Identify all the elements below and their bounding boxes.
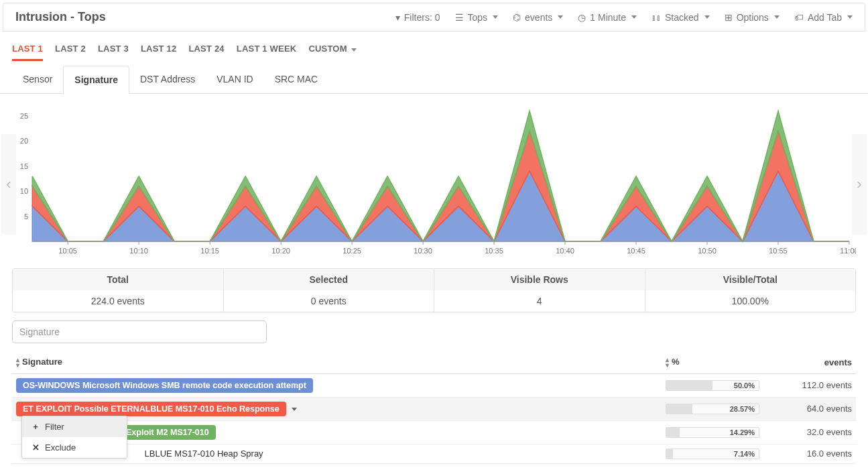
chevron-down-icon xyxy=(847,15,853,19)
chevron-down-icon xyxy=(558,15,563,19)
header-controls: ▾Filters: 0 ☰Tops ⌬events ◷1 Minute ⫾⫾St… xyxy=(395,12,853,23)
events-value: 64.0 events xyxy=(769,397,856,420)
chevron-down-icon xyxy=(351,48,357,52)
row-context-menu: +Filter ✕Exclude xyxy=(21,416,127,459)
svg-text:25: 25 xyxy=(20,112,28,120)
events-value: 32.0 events xyxy=(769,420,856,444)
signature-filter-input[interactable] xyxy=(12,320,267,343)
summary-selected: Selected 0 events xyxy=(224,269,435,312)
group-tab-signature[interactable]: Signature xyxy=(63,66,129,94)
table-row[interactable]: E LBLUE MS17-010 Heap Spray7.14%16.0 eve… xyxy=(12,444,856,463)
percent-bar: 28.57% xyxy=(666,404,759,414)
summary-row: Total 224.0 events Selected 0 events Vis… xyxy=(12,268,856,312)
col-header-signature[interactable]: ▴▾Signature xyxy=(12,351,662,373)
chevron-down-icon[interactable] xyxy=(292,408,297,411)
context-exclude[interactable]: ✕Exclude xyxy=(22,437,127,458)
summary-visible-rows-label: Visible Rows xyxy=(434,269,645,290)
options-dropdown[interactable]: ⊞Options xyxy=(725,12,780,23)
signature-table: ▴▾Signature ▴▾% events OS-WINDOWS Micros… xyxy=(12,351,856,464)
signature-pill[interactable]: ET EXPLOIT Possible ETERNALBLUE MS17-010… xyxy=(16,402,286,416)
page-title: Intrusion - Tops xyxy=(15,10,106,24)
bar-chart-icon: ⫾⫾ xyxy=(652,12,661,23)
summary-total-value: 224.0 events xyxy=(13,290,223,312)
svg-text:10:10: 10:10 xyxy=(129,247,148,255)
grid-icon: ⊞ xyxy=(725,12,733,23)
svg-text:10:15: 10:15 xyxy=(200,247,219,255)
stacked-area-chart: 51015202510:0510:1010:1510:2010:2510:301… xyxy=(12,101,856,261)
svg-text:10:55: 10:55 xyxy=(769,247,788,255)
group-by-tabs: SensorSignatureDST AddressVLAN IDSRC MAC xyxy=(0,66,868,94)
svg-text:10:25: 10:25 xyxy=(343,247,361,255)
svg-text:11:00: 11:00 xyxy=(840,247,856,255)
svg-text:15: 15 xyxy=(20,162,28,170)
summary-total-label: Total xyxy=(13,269,223,290)
summary-visible-rows-value: 4 xyxy=(434,290,645,312)
filter-input-wrap xyxy=(0,312,868,347)
time-tab-custom[interactable]: CUSTOM xyxy=(308,44,356,61)
filters-dropdown[interactable]: ▾Filters: 0 xyxy=(395,12,440,23)
tops-dropdown[interactable]: ☰Tops xyxy=(455,12,499,23)
signature-pill[interactable]: OS-WINDOWS Microsoft Windows SMB remote … xyxy=(16,378,313,393)
events-value: 112.0 events xyxy=(769,373,856,397)
summary-selected-label: Selected xyxy=(224,269,434,290)
group-tab-dst-address[interactable]: DST Address xyxy=(129,66,206,93)
plus-icon: + xyxy=(32,422,40,432)
time-tab-last-1-week[interactable]: LAST 1 WEEK xyxy=(237,44,297,61)
events-value: 16.0 events xyxy=(769,444,856,463)
header-bar: Intrusion - Tops ▾Filters: 0 ☰Tops ⌬even… xyxy=(3,3,865,32)
group-tab-vlan-id[interactable]: VLAN ID xyxy=(206,66,263,93)
percent-bar: 7.14% xyxy=(666,449,759,459)
chevron-right-icon: › xyxy=(857,177,861,192)
svg-text:5: 5 xyxy=(24,213,28,221)
summary-visible-total-label: Visible/Total xyxy=(645,269,856,290)
time-tab-last-1[interactable]: LAST 1 xyxy=(12,44,43,61)
events-dropdown[interactable]: ⌬events xyxy=(513,12,563,23)
svg-text:10:35: 10:35 xyxy=(485,247,503,255)
summary-visible-total: Visible/Total 100.00% xyxy=(645,269,856,312)
sort-icon: ▴▾ xyxy=(16,357,19,368)
signature-pill[interactable]: Exploit M2 MS17-010 xyxy=(119,425,216,440)
chart-nav-left[interactable]: ‹ xyxy=(1,134,16,235)
chevron-down-icon xyxy=(493,15,498,19)
time-tab-last-12[interactable]: LAST 12 xyxy=(141,44,176,61)
list-icon: ☰ xyxy=(455,12,464,23)
chevron-left-icon: ‹ xyxy=(6,177,11,192)
svg-text:10:20: 10:20 xyxy=(271,247,290,255)
table-row[interactable]: Exploit M2 MS17-01014.29%32.0 events xyxy=(12,420,856,444)
svg-text:20: 20 xyxy=(20,137,28,145)
table-row[interactable]: ET EXPLOIT Possible ETERNALBLUE MS17-010… xyxy=(12,397,856,420)
stacked-dropdown[interactable]: ⫾⫾Stacked xyxy=(652,12,710,23)
tag-icon: 🏷 xyxy=(794,12,804,23)
time-tab-last-2[interactable]: LAST 2 xyxy=(55,44,86,61)
chart-nav-right[interactable]: › xyxy=(852,134,867,235)
summary-selected-value: 0 events xyxy=(224,290,434,312)
group-tab-src-mac[interactable]: SRC MAC xyxy=(264,66,329,93)
close-icon: ✕ xyxy=(32,442,40,453)
table-row[interactable]: OS-WINDOWS Microsoft Windows SMB remote … xyxy=(12,373,856,397)
sort-icon: ▴▾ xyxy=(666,357,669,368)
chevron-down-icon xyxy=(631,15,637,19)
svg-text:10:45: 10:45 xyxy=(627,247,645,255)
chevron-down-icon xyxy=(774,15,780,19)
percent-bar: 50.0% xyxy=(666,380,759,391)
chart-container: ‹ › 51015202510:0510:1010:1510:2010:2510… xyxy=(0,94,868,261)
percent-bar: 14.29% xyxy=(666,427,759,438)
col-header-events[interactable]: events xyxy=(769,351,856,373)
col-header-percent[interactable]: ▴▾% xyxy=(662,351,769,373)
svg-text:10:50: 10:50 xyxy=(698,247,717,255)
summary-total: Total 224.0 events xyxy=(13,269,224,312)
context-filter[interactable]: +Filter xyxy=(22,416,127,437)
time-tab-last-24[interactable]: LAST 24 xyxy=(188,44,224,61)
svg-text:10:30: 10:30 xyxy=(414,247,432,255)
time-range-tabs: LAST 1LAST 2LAST 3LAST 12LAST 24LAST 1 W… xyxy=(0,32,868,66)
clock-icon: ◷ xyxy=(578,12,586,23)
svg-text:10: 10 xyxy=(20,187,28,195)
filter-icon: ▾ xyxy=(395,12,400,23)
group-tab-sensor[interactable]: Sensor xyxy=(12,66,63,93)
svg-text:10:40: 10:40 xyxy=(556,247,574,255)
time-tab-last-3[interactable]: LAST 3 xyxy=(98,44,129,61)
summary-visible-total-value: 100.00% xyxy=(645,290,856,312)
interval-dropdown[interactable]: ◷1 Minute xyxy=(578,12,637,23)
add-tab-dropdown[interactable]: 🏷Add Tab xyxy=(794,12,853,23)
summary-visible-rows: Visible Rows 4 xyxy=(434,269,645,312)
